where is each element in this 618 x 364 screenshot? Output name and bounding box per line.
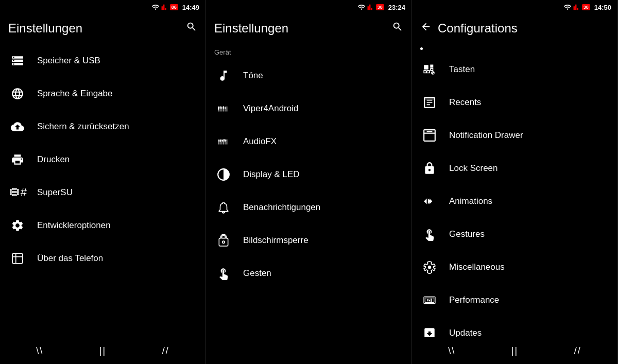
- menu-item-notifications[interactable]: Benachrichtigungen: [206, 191, 411, 224]
- storage-icon: [8, 51, 27, 70]
- about-icon: [8, 249, 27, 268]
- audiofx-label: AudioFX: [243, 136, 277, 147]
- menu-item-misc[interactable]: Miscellaneous: [412, 251, 617, 284]
- menu-item-updates[interactable]: Updates: [412, 317, 617, 337]
- lockscreen-icon: [420, 159, 439, 178]
- supersu-label: SuperSU: [37, 187, 73, 198]
- header-actions-1: [186, 21, 197, 36]
- language-label: Sprache & Eingabe: [37, 89, 113, 99]
- dot-indicator: [420, 47, 423, 50]
- menu-item-lockscreen[interactable]: Lock Screen: [412, 152, 617, 185]
- signal-icon-2: [367, 4, 374, 11]
- header-2: Einstellungen: [206, 14, 411, 44]
- wifi-icon: [151, 3, 160, 11]
- menu-item-notidrawer[interactable]: Notification Drawer: [412, 119, 617, 152]
- performance-icon: [420, 291, 439, 309]
- menu-item-print[interactable]: Drucken: [0, 143, 205, 176]
- tasten-icon: [420, 60, 439, 79]
- notidrawer-icon: [420, 126, 439, 145]
- sim-badge-2: 30: [376, 4, 384, 10]
- recents-icon: [420, 93, 439, 112]
- menu-item-backup[interactable]: Sichern & zurücksetzen: [0, 110, 205, 143]
- menu-item-animations[interactable]: Animations: [412, 185, 617, 218]
- menu-item-audiofx[interactable]: AudioFX: [206, 125, 411, 158]
- signal-icons-3: 30: [563, 3, 590, 11]
- nav-back-1[interactable]: \\: [36, 345, 43, 356]
- time-2: 23:24: [388, 4, 405, 11]
- menu-item-tasten[interactable]: Tasten: [412, 53, 617, 86]
- animations-icon: [420, 192, 439, 211]
- menu-item-performance[interactable]: Performance: [412, 284, 617, 317]
- nav-recent-3[interactable]: //: [574, 345, 581, 356]
- nav-back-3[interactable]: \\: [448, 345, 455, 356]
- nav-bar-3: \\ || //: [412, 337, 617, 364]
- menu-item-viper[interactable]: Viper4Android: [206, 92, 411, 125]
- menu-item-tones[interactable]: Töne: [206, 59, 411, 92]
- menu-item-gestures2[interactable]: Gesten: [206, 257, 411, 290]
- menu-item-language[interactable]: Sprache & Eingabe: [0, 77, 205, 110]
- signal-icons-1: 86: [151, 3, 178, 11]
- header-title-1: Einstellungen: [8, 21, 82, 36]
- developer-label: Entwickleroptionen: [37, 220, 111, 231]
- header-title-2: Einstellungen: [214, 21, 288, 36]
- gestures2-label: Gesten: [243, 268, 271, 279]
- search-icon-2[interactable]: [392, 21, 403, 36]
- section-label-2: Gerät: [206, 44, 411, 59]
- panel-einstellungen-1: 86 14:49 Einstellungen Speicher & USB Sp…: [0, 0, 206, 364]
- status-bar-1: 86 14:49: [0, 0, 205, 14]
- menu-item-lockscreen2[interactable]: Bildschirmsperre: [206, 224, 411, 257]
- performance-label: Performance: [449, 295, 499, 305]
- sim-badge-3: 30: [582, 4, 590, 10]
- nav-home-1[interactable]: ||: [99, 345, 106, 356]
- print-label: Drucken: [37, 154, 70, 165]
- animations-label: Animations: [449, 196, 492, 206]
- misc-label: Miscellaneous: [449, 262, 505, 272]
- wifi-icon-2: [357, 3, 366, 11]
- menu-item-developer[interactable]: Entwickleroptionen: [0, 209, 205, 242]
- panel-configurations: 30 14:50 Configurations Tasten Recents: [412, 0, 618, 364]
- header-actions-2: [392, 21, 403, 36]
- menu-item-supersu[interactable]: # SuperSU: [0, 176, 205, 209]
- back-button-3[interactable]: [420, 21, 432, 36]
- header-title-3: Configurations: [438, 21, 518, 36]
- panel-einstellungen-2: 30 23:24 Einstellungen Gerät Töne Viper4…: [206, 0, 412, 364]
- tasten-label: Tasten: [449, 64, 475, 75]
- storage-label: Speicher & USB: [37, 56, 100, 66]
- audiofx-icon: [214, 132, 233, 151]
- viper-label: Viper4Android: [243, 103, 298, 114]
- menu-list-3: Tasten Recents Notification Drawer Lock …: [412, 53, 617, 337]
- nav-home-3[interactable]: ||: [511, 345, 518, 356]
- search-icon-1[interactable]: [186, 21, 197, 36]
- gestures-icon: [420, 225, 439, 244]
- nav-bar-1: \\ || //: [0, 337, 205, 364]
- gestures-label: Gestures: [449, 229, 485, 239]
- lockscreen2-icon: [214, 231, 233, 250]
- status-bar-2: 30 23:24: [206, 0, 411, 14]
- header-3: Configurations: [412, 14, 617, 44]
- gestures2-icon: [214, 264, 233, 283]
- tones-label: Töne: [243, 71, 263, 81]
- header-1: Einstellungen: [0, 14, 205, 44]
- nav-recent-1[interactable]: //: [162, 345, 169, 356]
- svg-point-5: [428, 266, 432, 269]
- misc-icon: [420, 258, 439, 276]
- language-icon: [8, 84, 27, 103]
- menu-list-2: Töne Viper4Android AudioFX Display & LED: [206, 59, 411, 364]
- backup-icon: [8, 117, 27, 136]
- signal-icon: [161, 4, 168, 11]
- menu-item-about[interactable]: Über das Telefon: [0, 242, 205, 275]
- menu-item-display[interactable]: Display & LED: [206, 158, 411, 191]
- viper-icon: [214, 99, 233, 118]
- wifi-icon-3: [563, 3, 572, 11]
- backup-label: Sichern & zurücksetzen: [37, 122, 129, 132]
- menu-item-gestures[interactable]: Gestures: [412, 218, 617, 251]
- menu-item-storage[interactable]: Speicher & USB: [0, 44, 205, 77]
- notidrawer-label: Notification Drawer: [449, 130, 523, 141]
- about-label: Über das Telefon: [37, 253, 103, 264]
- menu-item-recents[interactable]: Recents: [412, 86, 617, 119]
- updates-label: Updates: [449, 328, 482, 337]
- notifications-label: Benachrichtigungen: [243, 202, 320, 213]
- lockscreen-label: Lock Screen: [449, 163, 498, 174]
- recents-label: Recents: [449, 97, 481, 108]
- display-label: Display & LED: [243, 169, 300, 180]
